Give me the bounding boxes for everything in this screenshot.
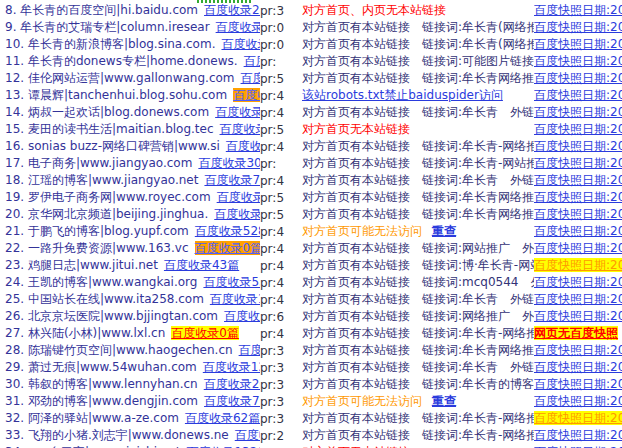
- baidu-collect-link[interactable]: 百度收录206篇: [204, 377, 260, 391]
- baidu-collect-link[interactable]: 百度收录173篇: [220, 122, 260, 136]
- baidu-collect-link[interactable]: 百度收录0篇: [171, 326, 239, 340]
- site-cell: 19. 罗伊电子商务网|www.royec.com百度收录276篇: [0, 189, 260, 206]
- snapshot-date-link[interactable]: 百度快照日期:2008-9-14: [534, 207, 622, 221]
- baidu-collect-link[interactable]: 百度收录575篇: [235, 428, 260, 442]
- pagerank-value: pr:3: [260, 376, 302, 393]
- baidu-collect-link[interactable]: 百度收录443000篇: [215, 105, 260, 119]
- site-cell: 13. 谭晨辉|tanchenhui.blog.sohu.com百度收录5篇: [0, 87, 260, 104]
- baidu-collect-link[interactable]: 百度收录45000篇: [216, 20, 260, 34]
- baidu-collect-link[interactable]: 百度收录721篇: [204, 173, 260, 187]
- baidu-collect-link[interactable]: 百度收录276篇: [217, 190, 260, 204]
- snapshot-date-link[interactable]: 百度快照日期:2008-9-14: [534, 394, 622, 408]
- site-cell: 10. 牟长青的新浪博客|blog.sina.com.百度收录23200000篇: [0, 36, 260, 53]
- snapshot-date-link[interactable]: 百度快照日期:2008-9-4: [534, 258, 622, 272]
- anchor-keyword: 链接词:牟长青(网络推广: [422, 37, 534, 51]
- snapshot-date-link[interactable]: 百度快照日期:2008-9-14: [534, 360, 622, 374]
- baidu-collect-link[interactable]: 百度收录2000000篇: [204, 3, 260, 17]
- baidu-collect-link[interactable]: 百度收录1000篇: [241, 71, 260, 85]
- baidu-collect-link[interactable]: 百度收录103篇: [226, 139, 260, 153]
- recheck-link[interactable]: 重查: [432, 224, 456, 238]
- site-name: 23. 鸡腿日志|www.jitui.net: [5, 258, 158, 272]
- status-has-link: 对方首页有本站链接: [302, 241, 410, 255]
- snapshot-date-link[interactable]: 百度快照日期:2008-9-14: [534, 20, 622, 34]
- status-cell: 对方首页有本站链接链接词:牟长青-网络推广外链数:19: [302, 325, 534, 342]
- status-has-link: 对方首页有本站链接: [302, 292, 410, 306]
- snapshot-cell: 百度快照日期:2008-9-14: [534, 427, 622, 444]
- baidu-collect-link[interactable]: 百度收录62篇: [185, 411, 260, 425]
- baidu-collect-link[interactable]: 百度收录533篇: [203, 275, 260, 289]
- baidu-collect-link[interactable]: 百度收录2030篇: [224, 309, 260, 323]
- site-name: 14. 炳叔一起欢话|blog.donews.com: [5, 105, 209, 119]
- snapshot-date-link[interactable]: 百度快照日期:2008-9-14: [534, 156, 622, 170]
- snapshot-date-link[interactable]: 百度快照日期:2008-9-11: [534, 292, 622, 306]
- snapshot-date-link[interactable]: 百度快照日期:2008-9-14: [534, 54, 622, 68]
- status-has-link: 对方首页有本站链接: [302, 275, 410, 289]
- anchor-keyword: 链接词:网络推广: [422, 309, 510, 323]
- snapshot-date-link[interactable]: 百度快照日期:2008-9-14: [534, 428, 622, 442]
- site-cell: 24. 王凯的博客|www.wangkai.org百度收录533篇: [0, 274, 260, 291]
- baidu-collect-link[interactable]: 百度收录709篇: [204, 394, 260, 408]
- snapshot-date-link[interactable]: 百度快照日期:2008-9-14: [534, 71, 622, 85]
- baidu-collect-link[interactable]: 百度收录226篇: [239, 343, 260, 357]
- snapshot-date-link[interactable]: 百度快照日期:2008-9-10: [534, 88, 622, 102]
- baidu-collect-link[interactable]: 百度收录12000篇: [203, 360, 260, 374]
- snapshot-cell: 百度快照日期:2008-9-12: [534, 172, 622, 189]
- baidu-collect-link[interactable]: 百度收录528篇: [195, 224, 260, 238]
- site-cell: 17. 电子商务|www.jiangyao.com百度收录30篇: [0, 155, 260, 172]
- snapshot-date-link[interactable]: 百度快照日期:2008-9-14: [534, 37, 622, 51]
- status-cell: 对方首页无本站链接: [302, 444, 534, 448]
- anchor-keyword: 链接词:可能图片链接: [422, 54, 534, 68]
- site-cell: 18. 江瑶的博客|www.jiangyao.net百度收录721篇: [0, 172, 260, 189]
- snapshot-date-link[interactable]: 百度快照日期:2008-9-13: [534, 343, 622, 357]
- snapshot-cell: 百度快照日期:2008-9-14: [534, 240, 622, 257]
- anchor-keyword: 链接词:牟长青-网站推广: [422, 156, 534, 170]
- robots-blocked-link[interactable]: 该站robots.txt禁止baiduspider访问: [302, 88, 503, 102]
- snapshot-date-link[interactable]: 百度快照日期:2008-9-14: [534, 309, 622, 323]
- snapshot-date-link[interactable]: 百度快照日期:2008-9-14: [534, 105, 622, 119]
- table-row: 20. 京华网北京频道|beijing.jinghua.百度收录21500篇pr…: [0, 206, 622, 223]
- baidu-collect-link[interactable]: 百度收录43篇: [164, 258, 239, 272]
- snapshot-date-link[interactable]: 百度快照日期:2008-9-9: [534, 139, 622, 153]
- site-name: 17. 电子商务|www.jiangyao.com: [5, 156, 192, 170]
- baidu-collect-link[interactable]: 百度收录5篇: [233, 88, 260, 102]
- baidu-collect-link[interactable]: 百度收录21500篇: [214, 207, 260, 221]
- status-has-link: 对方首页有本站链接: [302, 54, 410, 68]
- site-cell: 33. 飞翔的小猪.刘志宇|www.donews.ne百度收录575篇: [0, 427, 260, 444]
- recheck-link[interactable]: 重查: [432, 394, 456, 408]
- no-snapshot-link[interactable]: 网页无百度快照: [534, 326, 618, 340]
- status-has-link: 对方首页有本站链接: [302, 343, 410, 357]
- pagerank-value: pr:6: [260, 308, 302, 325]
- anchor-keyword: 链接词:牟长青-网络推广经: [422, 428, 534, 442]
- site-cell: 15. 麦田的读书生活|maitian.blog.tec百度收录173篇: [0, 121, 260, 138]
- baidu-collect-link[interactable]: 百度收录23200000篇: [221, 37, 260, 51]
- baidu-collect-link[interactable]: 百度收录30篇: [198, 156, 260, 170]
- site-name: 9. 牟长青的艾瑞专栏|column.iresear: [5, 20, 210, 34]
- pagerank-value: pr:3: [260, 410, 302, 427]
- baidu-collect-link[interactable]: 百度收录156000篇: [244, 54, 260, 68]
- snapshot-date-link[interactable]: 百度快照日期:2008-9-14: [534, 122, 622, 136]
- snapshot-date-link[interactable]: 百度快照日期:2008-9-14: [534, 241, 622, 255]
- snapshot-cell: 百度快照日期:2008-9-13: [534, 342, 622, 359]
- site-name: 27. 林兴陆(小林)|www.lxl.cn: [5, 326, 165, 340]
- snapshot-date-link[interactable]: 百度快照日期:2008-9-14: [534, 224, 622, 238]
- snapshot-date-link[interactable]: 百度快照日期:2008-9-14: [534, 190, 622, 204]
- snapshot-cell: 百度快照日期:2008-9-14: [534, 19, 622, 36]
- status-cell: 对方首页有本站链接链接词:牟长青网络推广外链数:41: [302, 70, 534, 87]
- baidu-collect-link[interactable]: 百度收录1720篇: [210, 292, 260, 306]
- snapshot-date-link[interactable]: 百度快照日期:2008-9-12: [534, 173, 622, 187]
- table-row: 10. 牟长青的新浪博客|blog.sina.com.百度收录23200000篇…: [0, 36, 622, 53]
- snapshot-date-link[interactable]: 百度快照日期:2008-9-14: [534, 275, 622, 289]
- snapshot-date-link[interactable]: 百度快照日期:2008-9-14: [534, 3, 622, 17]
- anchor-keyword: 链接词:网站推广: [422, 241, 510, 255]
- anchor-keyword: 链接词:博·牟长青-网站推: [422, 258, 534, 272]
- status-has-link: 对方首页有本站链接: [302, 428, 410, 442]
- table-row: 9. 牟长青的艾瑞专栏|column.iresear百度收录45000篇pr:0…: [0, 19, 622, 36]
- snapshot-date-link[interactable]: 百度快照日期:2008-9-2: [534, 411, 622, 425]
- status-cell: 对方首页有本站链接链接词:mcq0544外链数:52: [302, 274, 534, 291]
- snapshot-date-link[interactable]: 百度快照日期:2008-9-14: [534, 377, 622, 391]
- snapshot-cell: 百度快照日期:2008-9-14: [534, 359, 622, 376]
- baidu-collect-link[interactable]: 百度收录0篇: [195, 241, 260, 255]
- snapshot-cell: 百度快照日期:2008-9-2: [534, 410, 622, 427]
- pagerank-value: pr:3: [260, 359, 302, 376]
- backlink-count: 外链数:38: [510, 173, 534, 187]
